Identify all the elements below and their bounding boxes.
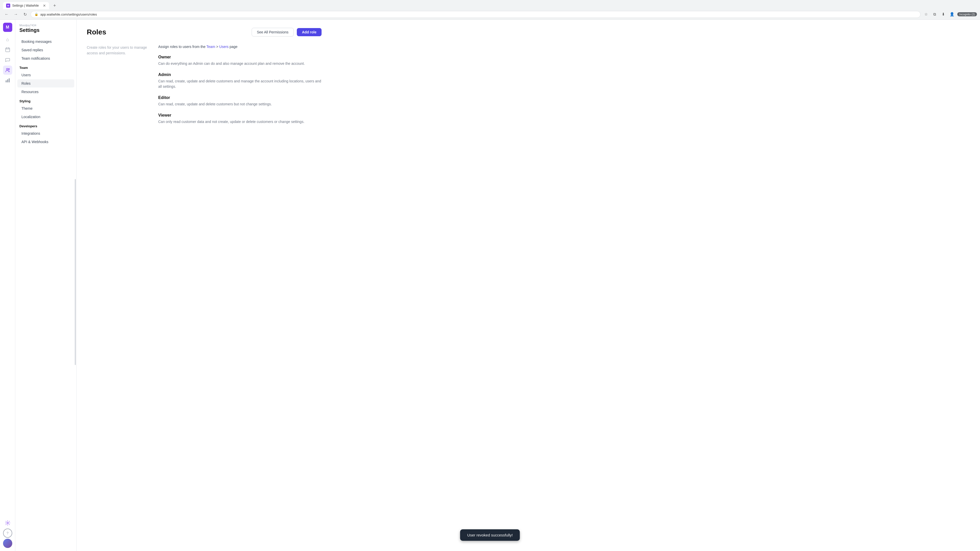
help-icon[interactable]: ? <box>3 529 12 538</box>
nav-item-team-notifications[interactable]: Team notifications <box>18 54 74 62</box>
svg-rect-0 <box>6 48 10 52</box>
role-desc-owner: Can do everything an Admin can do and al… <box>158 61 321 66</box>
app-logo[interactable]: M <box>3 23 12 32</box>
nav-item-integrations[interactable]: Integrations <box>18 129 74 138</box>
nav-item-users[interactable]: Users <box>18 71 74 79</box>
page-title: Roles <box>87 28 106 36</box>
new-tab-button[interactable]: + <box>51 2 58 9</box>
reload-button[interactable]: ↻ <box>21 11 29 18</box>
sidebar-icon-gear[interactable] <box>3 518 12 527</box>
nav-section-styling: Styling <box>15 96 76 104</box>
role-desc-admin: Can read, create, update and delete cust… <box>158 79 321 89</box>
add-role-button[interactable]: Add role <box>297 28 321 36</box>
roles-layout: Create roles for your users to manage ac… <box>87 44 321 130</box>
profile-icon[interactable]: 👤 <box>948 11 956 18</box>
role-card-viewer: Viewer Can only read customer data and n… <box>158 113 321 124</box>
nav-item-resources[interactable]: Resources <box>18 88 74 96</box>
url-text: app.waitwhile.com/settings/users/roles <box>40 13 917 16</box>
nav-item-theme[interactable]: Theme <box>18 104 74 113</box>
sidebar-icon-chat[interactable] <box>3 56 12 65</box>
nav-item-saved-replies[interactable]: Saved replies <box>18 46 74 54</box>
icon-sidebar: M ⌂ ? <box>0 20 15 551</box>
role-desc-viewer: Can only read customer data and not crea… <box>158 119 321 124</box>
forward-button[interactable]: → <box>12 11 19 18</box>
roles-description-text: Create roles for your users to manage ac… <box>87 44 148 56</box>
role-desc-editor: Can read, create, update and delete cust… <box>158 102 321 107</box>
settings-header: Moodjoy7434 Settings <box>15 24 76 37</box>
sidebar-icon-users[interactable] <box>3 65 12 75</box>
sidebar-icon-calendar[interactable] <box>3 45 12 54</box>
settings-title: Settings <box>19 27 72 33</box>
browser-toolbar: ← → ↻ 🔒 app.waitwhile.com/settings/users… <box>0 9 980 19</box>
icon-sidebar-top: M ⌂ <box>3 23 12 517</box>
nav-section-team: Team <box>15 63 76 71</box>
role-name-editor: Editor <box>158 95 321 100</box>
role-card-admin: Admin Can read, create, update and delet… <box>158 73 321 89</box>
icon-sidebar-bottom: ? <box>3 518 12 548</box>
browser-chrome: M Settings | Waitwhile ✕ + ← → ↻ 🔒 app.w… <box>0 0 980 20</box>
role-name-viewer: Viewer <box>158 113 321 118</box>
address-bar[interactable]: 🔒 app.waitwhile.com/settings/users/roles <box>30 11 921 18</box>
nav-item-booking-messages[interactable]: Booking messages <box>18 38 74 46</box>
toast-notification: User revoked successfully! <box>460 529 520 541</box>
role-card-editor: Editor Can read, create, update and dele… <box>158 95 321 107</box>
page-header: Roles See All Permissions Add role <box>87 28 321 37</box>
assign-text: Assign roles to users from the Team > Us… <box>158 44 321 49</box>
settings-username: Moodjoy7434 <box>19 24 72 27</box>
nav-item-localization[interactable]: Localization <box>18 113 74 121</box>
role-card-owner: Owner Can do everything an Admin can do … <box>158 55 321 66</box>
see-all-permissions-button[interactable]: See All Permissions <box>251 28 294 37</box>
back-button[interactable]: ← <box>3 11 10 18</box>
extensions-icon[interactable]: ⧉ <box>931 11 939 18</box>
lock-icon: 🔒 <box>35 13 38 16</box>
header-actions: See All Permissions Add role <box>251 28 322 37</box>
svg-rect-7 <box>7 79 8 83</box>
svg-point-9 <box>7 522 8 524</box>
nav-item-api-webhooks[interactable]: API & Webhooks <box>18 138 74 146</box>
content-inner: Roles See All Permissions Add role Creat… <box>76 20 332 139</box>
main-content: Roles See All Permissions Add role Creat… <box>76 20 980 551</box>
roles-description-panel: Create roles for your users to manage ac… <box>87 44 148 130</box>
incognito-badge: Incognito (2) <box>957 12 977 16</box>
tab-close-button[interactable]: ✕ <box>43 3 46 8</box>
tab-title: Settings | Waitwhile <box>12 4 41 7</box>
role-name-admin: Admin <box>158 73 321 77</box>
scrollbar-indicator <box>75 179 76 365</box>
nav-section-developers: Developers <box>15 121 76 129</box>
user-avatar[interactable] <box>3 539 12 548</box>
title-bar: M Settings | Waitwhile ✕ + <box>0 0 980 9</box>
role-name-owner: Owner <box>158 55 321 59</box>
sidebar-icon-chart[interactable] <box>3 76 12 85</box>
svg-rect-6 <box>6 80 6 83</box>
svg-point-4 <box>6 68 8 70</box>
toolbar-actions: ☆ ⧉ ⬇ 👤 Incognito (2) <box>923 11 977 18</box>
download-icon[interactable]: ⬇ <box>940 11 947 18</box>
roles-right-panel: Assign roles to users from the Team > Us… <box>158 44 321 130</box>
svg-point-5 <box>8 68 10 70</box>
users-link[interactable]: Users <box>219 44 229 49</box>
browser-tab[interactable]: M Settings | Waitwhile ✕ <box>3 2 49 9</box>
bookmark-icon[interactable]: ☆ <box>923 11 930 18</box>
app: M ⌂ ? Moodjoy7 <box>0 20 980 551</box>
team-link[interactable]: Team <box>207 44 215 49</box>
svg-rect-8 <box>9 78 10 83</box>
nav-item-roles[interactable]: Roles <box>18 79 74 87</box>
nav-sidebar: Moodjoy7434 Settings Booking messages Sa… <box>15 20 76 551</box>
tab-favicon: M <box>6 3 10 8</box>
toast-message: User revoked successfully! <box>467 533 513 537</box>
sidebar-icon-home[interactable]: ⌂ <box>3 35 12 44</box>
